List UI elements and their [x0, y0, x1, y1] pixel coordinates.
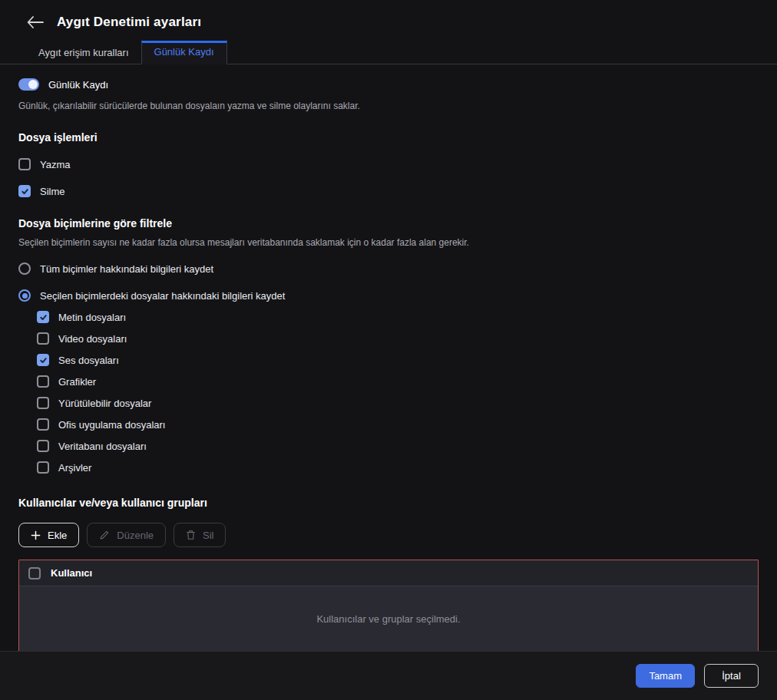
back-arrow-icon — [27, 16, 44, 28]
checkbox-row-grafikler[interactable]: Grafikler — [37, 375, 759, 388]
checkbox-row-ses-dosyalari[interactable]: Ses dosyaları — [37, 354, 759, 366]
toggle-knob — [28, 80, 38, 89]
checkbox-label: Grafikler — [58, 376, 96, 388]
ok-button[interactable]: Tamam — [636, 664, 695, 688]
tab-logging[interactable]: Günlük Kaydı — [141, 41, 227, 64]
content: Günlük Kaydı Günlük, çıkarılabilir sürüc… — [0, 64, 777, 652]
checkbox-row-veritabani-dosyalari[interactable]: Veritabanı dosyaları — [37, 440, 759, 452]
logging-toggle-row: Günlük Kaydı — [18, 78, 759, 91]
checkbox-unchecked-icon — [37, 440, 49, 452]
radio-row-selected-formats[interactable]: Seçilen biçimlerdeki dosyalar hakkındaki… — [18, 289, 759, 302]
plus-icon — [31, 530, 41, 540]
tab-bar: Aygıt erişim kuralları Günlük Kaydı — [0, 42, 777, 64]
checkbox-unchecked-icon — [37, 461, 49, 474]
add-user-button[interactable]: Ekle — [18, 523, 79, 547]
users-toolbar: Ekle Düzenle Sil — [18, 523, 759, 547]
checkbox-row-arsivler[interactable]: Arşivler — [37, 461, 759, 474]
tab-device-access-rules[interactable]: Aygıt erişim kuralları — [26, 40, 141, 64]
back-button[interactable] — [26, 13, 45, 31]
checkbox-row-metin-dosyalari[interactable]: Metin dosyaları — [37, 311, 759, 323]
checkbox-label: Ofis uygulama dosyaları — [58, 419, 165, 431]
header: Aygıt Denetimi ayarları — [0, 0, 777, 31]
select-all-checkbox[interactable] — [28, 567, 41, 579]
delete-user-label: Sil — [203, 530, 213, 541]
radio-label: Seçilen biçimlerdeki dosyalar hakkındaki… — [40, 290, 285, 302]
checkbox-label: Veritabanı dosyaları — [58, 441, 147, 452]
cancel-button[interactable]: İptal — [704, 664, 759, 688]
logging-toggle-label: Günlük Kaydı — [48, 79, 108, 91]
trash-icon — [186, 530, 196, 540]
device-control-settings-window: Aygıt Denetimi ayarları Aygıt erişim kur… — [0, 0, 777, 700]
edit-user-button[interactable]: Düzenle — [87, 523, 166, 547]
checkbox-row-video-dosyalari[interactable]: Video dosyaları — [37, 332, 759, 345]
checkbox-checked-icon — [37, 311, 49, 323]
format-filter-description: Seçilen biçimlerin sayısı ne kadar fazla… — [18, 237, 759, 248]
users-table-body: Kullanıcılar ve gruplar seçilmedi. — [19, 586, 758, 652]
logging-description: Günlük, çıkarılabilir sürücülerde buluna… — [18, 101, 759, 111]
users-table-header: Kullanıcı — [19, 560, 758, 586]
checkbox-unchecked-icon — [18, 158, 31, 170]
checkbox-row-ofis-uygulama-dosyalari[interactable]: Ofis uygulama dosyaları — [37, 418, 759, 431]
radio-row-all-formats[interactable]: Tüm biçimler hakkındaki bilgileri kaydet — [18, 262, 759, 275]
checkbox-unchecked-icon — [37, 332, 49, 345]
checkbox-label: Arşivler — [58, 462, 91, 474]
add-user-label: Ekle — [48, 530, 67, 541]
checkbox-row-yurutulebilir-dosyalar[interactable]: Yürütülebilir dosyalar — [37, 397, 759, 409]
radio-selected-icon — [18, 289, 31, 302]
delete-user-button[interactable]: Sil — [174, 523, 226, 547]
pencil-icon — [99, 530, 110, 540]
checkbox-label: Silme — [40, 186, 65, 197]
users-section-title: Kullanıcılar ve/veya kullanıcı grupları — [18, 497, 759, 509]
checkbox-unchecked-icon — [37, 397, 49, 409]
empty-state-text: Kullanıcılar ve gruplar seçilmedi. — [316, 613, 460, 625]
checkbox-checked-icon — [37, 354, 49, 366]
checkbox-unchecked-icon — [37, 418, 49, 431]
checkbox-checked-icon — [18, 185, 31, 197]
checkbox-unchecked-icon — [37, 375, 49, 388]
radio-unselected-icon — [18, 262, 31, 275]
file-operations-title: Dosya işlemleri — [18, 131, 759, 144]
checkbox-label: Yazma — [40, 159, 71, 170]
users-table: Kullanıcı Kullanıcılar ve gruplar seçilm… — [18, 560, 759, 652]
footer: Tamam İptal — [0, 651, 777, 700]
page-title: Aygıt Denetimi ayarları — [57, 15, 201, 30]
checkbox-label: Yürütülebilir dosyalar — [58, 398, 151, 409]
checkbox-label: Ses dosyaları — [58, 355, 119, 366]
column-header-user: Kullanıcı — [51, 567, 92, 579]
radio-label: Tüm biçimler hakkındaki bilgileri kaydet — [40, 263, 213, 275]
checkbox-row-yazma[interactable]: Yazma — [18, 158, 759, 170]
format-filter-title: Dosya biçimlerine göre filtrele — [18, 217, 759, 229]
checkbox-label: Metin dosyaları — [58, 312, 126, 323]
checkbox-label: Video dosyaları — [58, 333, 127, 345]
checkbox-row-silme[interactable]: Silme — [18, 185, 759, 197]
edit-user-label: Düzenle — [117, 530, 154, 541]
logging-toggle[interactable] — [18, 78, 39, 91]
